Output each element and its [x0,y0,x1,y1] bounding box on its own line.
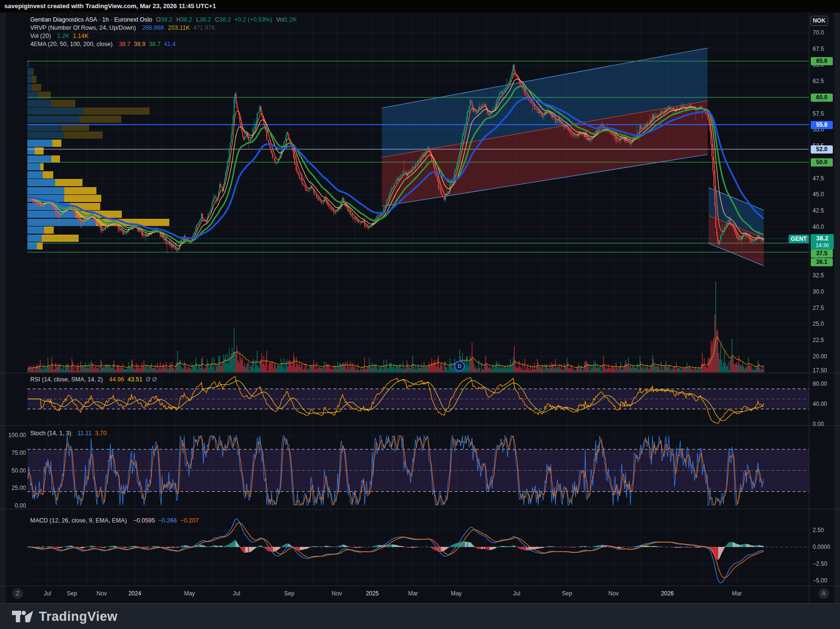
price-axis-label-57.5: 57.5 [813,110,838,118]
rsi-value-1: 43.51 [128,376,142,383]
macd-value-1: −0.266 [158,517,177,524]
price-axis-label-40.0: 40.0 [813,223,838,231]
price-axis-label-25.0: 25.0 [813,320,838,328]
ema-value-0: 38.7 [119,41,130,47]
ohlc-label-C: C [215,16,219,23]
ohlc-value-C: 38.2 [219,16,231,23]
symbol-legend: Gentian Diagnostics ASA · 1h · Euronext … [30,16,297,48]
time-axis-label-Sep: Sep [553,590,581,597]
price-axis-label-27.5: 27.5 [813,304,838,312]
time-axis-label-Nov: Nov [599,590,628,597]
rsi-hidden-icons[interactable]: Ø Ø [146,376,157,383]
macd-axis-label-2.50: 2.50 [813,526,838,534]
price-level-badge-52.0: 52.0 [811,145,833,154]
time-axis-label-Nov: Nov [87,590,116,597]
ohlc-label-L: L [196,16,200,23]
symbol-title[interactable]: Gentian Diagnostics ASA · 1h · Euronext … [30,16,152,23]
last-price-badge: 38.2 14:30 [811,234,834,249]
time-axis-label-Jul: Jul [222,590,251,597]
macd-axis-label-−2.50: −2.50 [813,560,838,568]
price-level-badge-36.1: 36.1 [811,258,833,266]
symbol-title-row[interactable]: Gentian Diagnostics ASA · 1h · Euronext … [30,16,297,24]
price-level-badge-50.0: 50.0 [811,158,833,166]
macd-axis-label-0.0000: 0.0000 [813,543,838,551]
chart-canvas[interactable]: D [0,0,840,629]
stoch-axis-label-0.00: 0.00 [3,502,26,510]
ohlc-value-L: 38.2 [200,16,211,23]
ohlc-values: O38.2H38.2L38.2C38.2 [152,16,231,23]
ohlc-label-O: O [156,16,161,23]
time-axis-label-Mar: Mar [399,590,427,597]
stoch-axis-label-25.00: 25.00 [3,484,26,492]
macd-legend[interactable]: MACD (12, 26, close, 9, EMA, EMA)−0.0595… [30,517,199,525]
timezone-button[interactable]: Z [12,588,23,599]
price-level-badge-60.0: 60.0 [811,94,833,102]
macd-label[interactable]: MACD (12, 26, close, 9, EMA, EMA) [30,517,127,524]
ema-label[interactable]: 4EMA (20, 50, 100, 200, close) [30,41,113,47]
volume-ma-label[interactable]: Vol (20) [30,33,51,39]
price-axis-label-20.00: 20.00 [813,353,838,360]
price-axis-label-42.5: 42.5 [813,207,838,214]
time-axis-label-Nov: Nov [322,590,351,597]
time-axis-label-Sep: Sep [58,590,86,597]
price-axis-label-45.0: 45.0 [813,190,838,198]
time-axis-label-Sep: Sep [275,590,304,597]
vol-value-1: 1.14K [73,33,89,39]
ohlc-value-H: 38.2 [180,16,192,23]
macd-axis-label-−5.00: −5.00 [813,577,838,584]
price-axis-label-22.5: 22.5 [813,336,838,344]
stoch-label[interactable]: Stoch (14, 1, 3) [30,430,71,437]
rsi-axis-label-0.00: 0.00 [813,420,838,428]
ema-value-3: 41.4 [164,41,176,47]
tradingview-chart-page: savepiginvest created with TradingView.c… [0,0,840,629]
rsi-value-0: 44.96 [109,376,124,383]
rsi-legend[interactable]: RSI (14, close, SMA, 14, 2)44.9643.51Ø Ø [30,376,157,384]
macd-value-2: −0.207 [180,517,199,524]
last-price-value: 38.2 [811,234,834,242]
price-level-badge-55.8: 55.8 [811,121,833,129]
vrvp-value-2: 471.97K [193,24,216,31]
ema-value-2: 38.7 [149,41,160,47]
stoch-value-1: 3.70 [95,430,106,437]
ema-value-1: 38.9 [134,41,145,47]
price-level-badge-37.5: 37.5 [811,249,833,258]
vrvp-value-1: 203.11K [168,24,190,31]
time-axis-label-2025: 2025 [358,590,387,597]
currency-button[interactable]: NOK [810,16,828,26]
footer-bar: TradingView [0,604,840,629]
bar-countdown: 14:30 [811,242,834,249]
time-axis-label-May: May [175,590,204,597]
time-axis-label-2024: 2024 [120,590,149,597]
tradingview-logo [12,608,33,625]
tradingview-wordmark: TradingView [39,609,118,624]
vol-value-0: 1.2K [57,33,70,39]
volume-legend-row[interactable]: Vol (20)1.2K1.14K [30,32,297,40]
svg-text:D: D [458,363,461,369]
ohlc-value-O: 38.2 [161,16,172,23]
price-axis-label-30.0: 30.0 [813,288,838,296]
volume-label: Vol [276,16,284,23]
autoscale-button[interactable]: A [818,588,829,599]
rsi-label[interactable]: RSI (14, close, SMA, 14, 2) [30,376,103,383]
rsi-axis-label-80.00: 80.00 [813,380,838,388]
vrvp-legend-row[interactable]: VRVP (Number Of Rows, 24, Up/Down)268.86… [30,24,297,32]
time-axis-label-Jul: Jul [502,590,531,597]
price-axis-label-70.0: 70.0 [813,29,838,36]
ema-legend-row[interactable]: 4EMA (20, 50, 100, 200, close)38.738.938… [30,40,297,48]
price-axis-label-32.5: 32.5 [813,272,838,279]
price-axis-label-62.5: 62.5 [813,77,838,85]
stoch-value-0: 11.11 [77,430,91,437]
vrvp-value-0: 268.86K [142,24,165,31]
stoch-legend[interactable]: Stoch (14, 1, 3)11.113.70 [30,429,106,438]
macd-value-0: −0.0595 [133,517,155,524]
time-axis-label-May: May [442,590,471,597]
price-axis-label-47.5: 47.5 [813,175,838,182]
stoch-axis-label-100.00: 100.00 [3,431,26,439]
vrvp-label[interactable]: VRVP (Number Of Rows, 24, Up/Down) [30,24,136,31]
last-price-symbol-badge: GENT [789,235,809,243]
time-axis-label-2026: 2026 [653,590,682,597]
rsi-axis-label-40.00: 40.00 [813,400,838,408]
volume-value: 1.2K [284,16,297,23]
price-axis-label-17.50: 17.50 [813,367,838,374]
price-level-badge-65.6: 65.6 [811,57,833,65]
